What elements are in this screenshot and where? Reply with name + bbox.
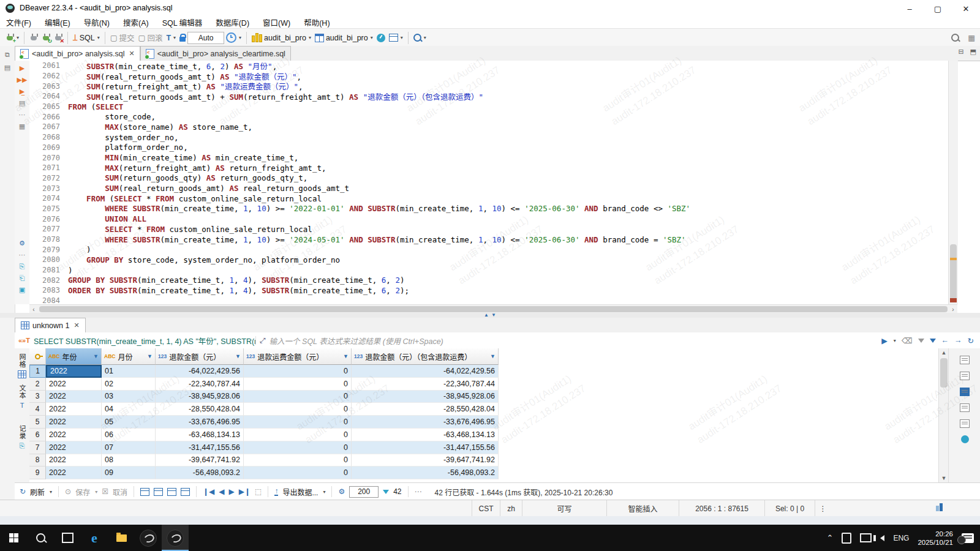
column-filter-icon[interactable]: ▼ <box>147 353 153 359</box>
code-line[interactable]: 2066 store_code, <box>29 111 948 122</box>
column-filter-icon[interactable]: ▼ <box>93 353 99 359</box>
row-number[interactable]: 4 <box>29 403 46 416</box>
table-cell[interactable]: 2022 <box>46 416 102 429</box>
sql-editor[interactable]: 2061 SUBSTR(min_create_time_t, 6, 2) AS … <box>29 61 948 304</box>
explain-plan-icon[interactable]: ▤ <box>19 99 25 107</box>
table-cell[interactable]: -39,647,741.92 <box>156 454 244 467</box>
table-cell[interactable]: -22,340,787.44 <box>352 378 499 391</box>
code-line[interactable]: 2080 GROUP BY store_code, system_order_n… <box>29 255 948 265</box>
code-line[interactable]: 2065FROM (SELECT <box>29 102 948 112</box>
clear-filter-icon[interactable]: ⌫ <box>902 336 913 345</box>
refresh-icon[interactable]: ↻ <box>20 487 26 496</box>
tab-close-icon[interactable]: ✕ <box>129 50 135 58</box>
grid-view-icon[interactable] <box>18 370 26 380</box>
code-line[interactable]: 2072 SUM(return_goods_qty) AS return_goo… <box>29 173 948 184</box>
execute-new-tab-icon[interactable]: ▶̲ <box>20 88 24 96</box>
code-line[interactable]: 2061 SUBSTR(min_create_time_t, 6, 2) AS … <box>29 61 948 71</box>
dbeaver-taskbar-button[interactable] <box>162 525 189 551</box>
panel-calc-icon[interactable] <box>960 419 970 428</box>
start-button[interactable] <box>0 525 27 551</box>
record-view-icon[interactable]: ⎘ <box>20 442 25 450</box>
table-cell[interactable]: -31,447,155.56 <box>156 441 244 454</box>
row-number[interactable]: 2 <box>29 378 46 391</box>
table-row[interactable]: 1202201-64,022,429.560-64,022,429.56 <box>29 365 938 378</box>
table-cell[interactable]: 0 <box>244 441 352 454</box>
sql-editor-button[interactable]: ⟘SQL▾ <box>71 32 102 44</box>
results-grid[interactable]: ABC年份▼ABC月份▼123退款金额（元）▼123退款运费金额（元）▼123退… <box>29 348 938 482</box>
maximize-button[interactable]: ▢ <box>924 0 952 17</box>
scroll-left-icon[interactable]: ‹ <box>29 306 38 313</box>
code-line[interactable]: 2067 MAX(store_name) AS store_name_t, <box>29 122 948 132</box>
table-cell[interactable]: -56,498,093.2 <box>352 467 499 479</box>
row-number[interactable]: 8 <box>29 454 46 467</box>
table-cell[interactable]: 2022 <box>46 429 102 441</box>
table-cell[interactable]: 01 <box>102 365 156 378</box>
table-cell[interactable]: -56,498,093.2 <box>156 467 244 479</box>
add-row-icon[interactable] <box>140 488 149 496</box>
row-number[interactable]: 5 <box>29 416 46 429</box>
auto-commit-combo[interactable]: Auto <box>187 32 224 44</box>
transaction-mode-button[interactable]: T▾ <box>164 32 178 43</box>
table-cell[interactable]: -63,468,134.13 <box>352 429 499 441</box>
table-cell[interactable]: -64,022,429.56 <box>156 365 244 378</box>
row-number[interactable]: 1 <box>29 365 46 378</box>
edit-filter-icon[interactable] <box>918 339 924 343</box>
output-panel-icon[interactable]: ▦ <box>19 122 25 130</box>
side-tab-record-label[interactable]: 记录 <box>17 425 27 440</box>
grid-corner-cell[interactable] <box>29 348 46 365</box>
code-line[interactable]: 2075 WHERE SUBSTR(min_create_time, 1, 10… <box>29 204 948 214</box>
perspective-icon[interactable]: ▦ <box>968 33 975 42</box>
grid-scroll-up-icon[interactable]: ▲ <box>939 350 949 356</box>
table-cell[interactable]: -22,340,787.44 <box>156 378 244 391</box>
code-line[interactable]: 2079 ) <box>29 244 948 255</box>
table-cell[interactable]: 03 <box>102 391 156 403</box>
panel-aggregate-icon[interactable] <box>960 372 970 380</box>
code-line[interactable]: 2074 FROM (SELECT * FROM custom_online_s… <box>29 193 948 204</box>
code-line[interactable]: 2068 system_order_no, <box>29 132 948 143</box>
grid-vertical-scrollbar[interactable]: ▲ ▼ <box>938 348 949 482</box>
transaction-log-button[interactable]: ▾ <box>224 31 243 44</box>
last-row-icon[interactable]: ▶❙ <box>239 487 251 496</box>
table-cell[interactable]: -38,945,928.06 <box>352 391 499 403</box>
er-diagram-button[interactable]: ▾ <box>387 32 405 43</box>
table-cell[interactable]: -63,468,134.13 <box>156 429 244 441</box>
network-tray-icon[interactable] <box>860 533 872 542</box>
menu-item-4[interactable]: SQL 编辑器 <box>162 17 203 28</box>
table-cell[interactable]: 0 <box>244 467 352 479</box>
table-cell[interactable]: 05 <box>102 416 156 429</box>
disconnect-button[interactable]: ✕ <box>52 32 64 43</box>
table-cell[interactable]: 0 <box>244 454 352 467</box>
menu-item-1[interactable]: 编辑(E) <box>45 17 70 28</box>
results-tab-unknown1[interactable]: unknown 1 ✕ <box>15 318 86 332</box>
code-line[interactable]: 2081) <box>29 265 948 276</box>
column-header-2[interactable]: 123退款金额（元）▼ <box>156 348 244 365</box>
copy-source-icon[interactable]: ⎗ <box>20 274 25 282</box>
column-header-4[interactable]: 123退款金额（元）（包含退款运费）▼ <box>352 348 499 365</box>
editor-vertical-scrollbar[interactable] <box>948 61 958 304</box>
column-filter-icon[interactable]: ▼ <box>490 353 496 359</box>
column-filter-icon[interactable]: ▼ <box>235 353 241 359</box>
minimize-view-icon[interactable]: ⊟ <box>958 48 963 56</box>
delete-row-icon[interactable] <box>181 488 190 496</box>
reconnect-button[interactable]: ↻ <box>40 32 52 43</box>
filter-input[interactable]: 输入一个 SQL 表达式来过滤结果 (使用 Ctrl+Space) <box>270 335 882 347</box>
edge-button[interactable]: e <box>81 525 108 551</box>
edit-row-icon[interactable] <box>167 488 176 496</box>
table-cell[interactable]: -38,945,928.06 <box>156 391 244 403</box>
table-cell[interactable]: -33,676,496.95 <box>352 416 499 429</box>
table-cell[interactable]: 2022 <box>46 454 102 467</box>
table-cell[interactable]: 2022 <box>46 403 102 416</box>
search-button[interactable]: ▾ <box>412 32 428 43</box>
panel-value-viewer-icon[interactable] <box>960 356 970 364</box>
app1-button[interactable] <box>135 525 162 551</box>
results-tab-close-icon[interactable]: ✕ <box>74 321 79 329</box>
table-cell[interactable]: 2022 <box>46 378 102 391</box>
code-line[interactable]: 2073 SUM(real_return_goods_amt) AS real_… <box>29 183 948 193</box>
save-file-icon[interactable]: ▣ <box>19 286 25 294</box>
close-button[interactable]: ✕ <box>952 0 980 17</box>
minimize-button[interactable]: – <box>895 0 924 17</box>
table-cell[interactable]: -28,550,428.04 <box>156 403 244 416</box>
schema-selector[interactable]: audit_bi_pro▾ <box>313 32 375 43</box>
row-number[interactable]: 9 <box>29 467 46 479</box>
scroll-right-icon[interactable]: › <box>949 306 957 313</box>
